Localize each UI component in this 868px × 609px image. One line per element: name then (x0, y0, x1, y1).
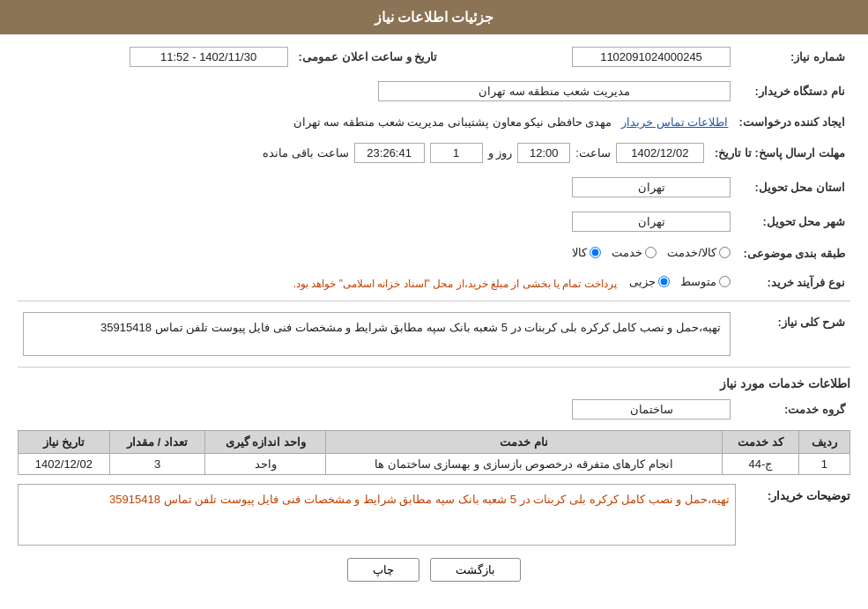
city-value: تهران (572, 212, 731, 232)
cell-unit: واحد (205, 454, 326, 475)
city-label: شهر محل تحویل: (736, 208, 850, 235)
need-number-value: 1102091024000245 (572, 47, 731, 67)
deadline-days-label: روز و (488, 146, 513, 160)
org-name-value: مدیریت شعب منطقه سه تهران (378, 81, 731, 101)
process-jozei-option[interactable]: جزیی (629, 275, 670, 288)
announce-date-label: تاریخ و ساعت اعلان عمومی: (293, 43, 443, 71)
cell-radif: 1 (798, 454, 849, 475)
category-khedmat-option[interactable]: خدمت (612, 246, 657, 259)
deadline-remaining: 23:26:41 (354, 143, 425, 163)
province-label: استان محل تحویل: (736, 174, 850, 201)
process-note: پرداخت تمام یا بخشی از مبلغ خرید،از محل … (293, 278, 617, 290)
col-count: تعداد / مقدار (109, 431, 205, 454)
creator-link[interactable]: اطلاعات تماس خریدار (621, 115, 728, 129)
deadline-remaining-label: ساعت باقی مانده (263, 146, 348, 160)
page-title: جزئیات اطلاعات نیاز (375, 10, 494, 25)
announce-date-value: 1402/11/30 - 11:52 (130, 47, 288, 67)
back-button[interactable]: بازگشت (430, 558, 521, 582)
deadline-days: 1 (430, 143, 483, 163)
buyer-desc-section: توضیحات خریدار: تهیه،حمل و نصب کامل کرکر… (18, 484, 850, 546)
cell-code: ج-44 (723, 454, 799, 475)
category-label: طبقه بندی موضوعی: (736, 242, 850, 264)
province-value: تهران (572, 177, 731, 197)
deadline-label: مهلت ارسال پاسخ: تا تاریخ: (709, 139, 850, 167)
deadline-date: 1402/12/02 (616, 143, 704, 163)
col-code: کد خدمت (723, 431, 799, 454)
cell-date: 1402/12/02 (19, 454, 110, 475)
divider-2 (18, 367, 850, 368)
col-date: تاریخ نیاز (19, 431, 110, 454)
table-row: 1ج-44انجام کارهای متفرقه درخصوص بازسازی … (19, 454, 850, 475)
narration-box: تهیه،حمل و نصب کامل کرکره بلی کربنات در … (23, 312, 731, 356)
print-button[interactable]: چاپ (347, 558, 419, 582)
services-table: ردیف کد خدمت نام خدمت واحد اندازه گیری ت… (18, 430, 850, 475)
col-radif: ردیف (798, 431, 849, 454)
page-header: جزئیات اطلاعات نیاز (0, 0, 868, 34)
deadline-time: 12:00 (517, 143, 570, 163)
divider-1 (18, 301, 850, 301)
category-kala-khedmat-option[interactable]: کالا/خدمت (667, 246, 731, 259)
need-number-label: شماره نیاز: (736, 43, 850, 71)
services-section-label: اطلاعات خدمات مورد نیاز (18, 376, 850, 390)
cell-name: انجام کارهای متفرقه درخصوص بازسازی و بهس… (326, 454, 723, 475)
process-motavsat-option[interactable]: متوسط (680, 275, 731, 288)
buyer-desc-text: تهیه،حمل و نصب کامل کرکره بلی کربنات در … (18, 484, 736, 546)
button-row: بازگشت چاپ (18, 558, 850, 582)
deadline-time-label: ساعت: (575, 146, 611, 160)
cell-count: 3 (109, 454, 205, 475)
col-name: نام خدمت (326, 431, 723, 454)
process-label: نوع فرآیند خرید: (736, 271, 850, 293)
creator-value: مهدی حافظی نیکو معاون پشتیبانی مدیریت شع… (293, 115, 612, 129)
narration-text: تهیه،حمل و نصب کامل کرکره بلی کربنات در … (100, 321, 721, 334)
creator-label: ایجاد کننده درخواست: (733, 112, 850, 132)
buyer-desc-label: توضیحات خریدار: (745, 489, 850, 502)
category-kala-option[interactable]: کالا (572, 246, 601, 259)
org-name-label: نام دستگاه خریدار: (736, 78, 850, 105)
narration-label: شرح کلی نیاز: (736, 308, 850, 360)
services-group-value: ساختمان (572, 399, 731, 420)
col-unit: واحد اندازه گیری (205, 431, 326, 454)
services-group-label: گروه خدمت: (736, 396, 850, 423)
